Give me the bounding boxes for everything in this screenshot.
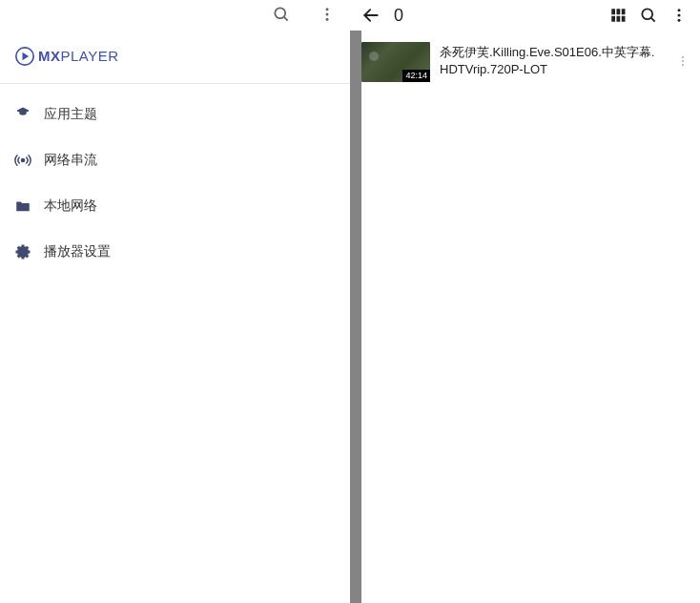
drawer-item-settings[interactable]: 播放器设置 — [0, 229, 350, 275]
svg-rect-10 — [617, 9, 621, 14]
svg-line-1 — [284, 17, 288, 21]
stream-icon — [11, 149, 34, 172]
svg-point-17 — [678, 9, 681, 11]
drawer-item-stream[interactable]: 网络串流 — [0, 137, 350, 183]
grid-icon — [609, 7, 627, 24]
app-logo: MXPLAYER — [15, 47, 119, 66]
drawer-menu: 应用主题 网络串流 本地网络 — [0, 84, 350, 275]
more-vert-icon — [670, 7, 688, 24]
play-circle-icon — [15, 47, 34, 66]
logo-text: MXPLAYER — [38, 48, 119, 64]
content-panel: 0 — [350, 0, 700, 603]
svg-point-22 — [682, 64, 684, 66]
video-item-more-button[interactable] — [669, 42, 696, 80]
search-icon — [639, 6, 658, 25]
view-grid-button[interactable] — [603, 0, 633, 31]
video-list-item[interactable]: 42:14 杀死伊芙.Killing.Eve.S01E06.中英字幕.HDTVr… — [361, 38, 700, 86]
video-duration: 42:14 — [402, 70, 430, 82]
svg-marker-6 — [23, 52, 30, 59]
video-list: 42:14 杀死伊芙.Killing.Eve.S01E06.中英字幕.HDTVr… — [350, 31, 700, 86]
svg-rect-14 — [622, 16, 626, 22]
video-thumbnail: 42:14 — [361, 42, 430, 82]
svg-rect-12 — [611, 16, 615, 22]
theme-icon — [11, 103, 34, 126]
svg-rect-13 — [617, 16, 621, 22]
search-icon — [272, 5, 291, 24]
drawer-overlay-edge — [350, 31, 361, 603]
search-button[interactable] — [262, 0, 300, 29]
more-button-right[interactable] — [664, 0, 694, 31]
more-vert-icon — [319, 6, 336, 23]
svg-point-7 — [22, 159, 25, 162]
svg-point-18 — [678, 14, 681, 17]
svg-point-21 — [682, 60, 684, 62]
more-button[interactable] — [308, 0, 346, 29]
drawer-label: 播放器设置 — [44, 243, 111, 260]
svg-point-4 — [326, 18, 329, 21]
video-title: 杀死伊芙.Killing.Eve.S01E06.中英字幕.HDTVrip.720… — [430, 42, 669, 78]
drawer-item-theme[interactable]: 应用主题 — [0, 92, 350, 137]
gear-icon — [11, 240, 34, 263]
drawer-label: 本地网络 — [44, 198, 97, 215]
search-button-right[interactable] — [633, 0, 664, 31]
drawer-panel: MXPLAYER 应用主题 网络串流 — [0, 0, 350, 603]
page-title: 0 — [394, 6, 403, 26]
drawer-label: 应用主题 — [44, 106, 97, 123]
svg-point-19 — [678, 19, 681, 22]
folder-icon — [11, 195, 34, 218]
svg-line-16 — [651, 18, 655, 22]
svg-point-0 — [275, 8, 285, 18]
drawer-label: 网络串流 — [44, 152, 97, 169]
svg-point-20 — [682, 56, 684, 58]
svg-point-3 — [326, 13, 329, 16]
svg-rect-11 — [622, 9, 626, 14]
logo-area: MXPLAYER — [0, 29, 350, 84]
right-toolbar: 0 — [350, 0, 700, 31]
back-button[interactable] — [356, 0, 386, 31]
svg-point-2 — [326, 8, 329, 10]
svg-rect-9 — [611, 9, 615, 14]
arrow-back-icon — [361, 6, 381, 25]
svg-point-15 — [642, 9, 652, 19]
left-toolbar — [0, 0, 350, 29]
drawer-item-network[interactable]: 本地网络 — [0, 183, 350, 229]
more-vert-icon — [676, 54, 690, 68]
